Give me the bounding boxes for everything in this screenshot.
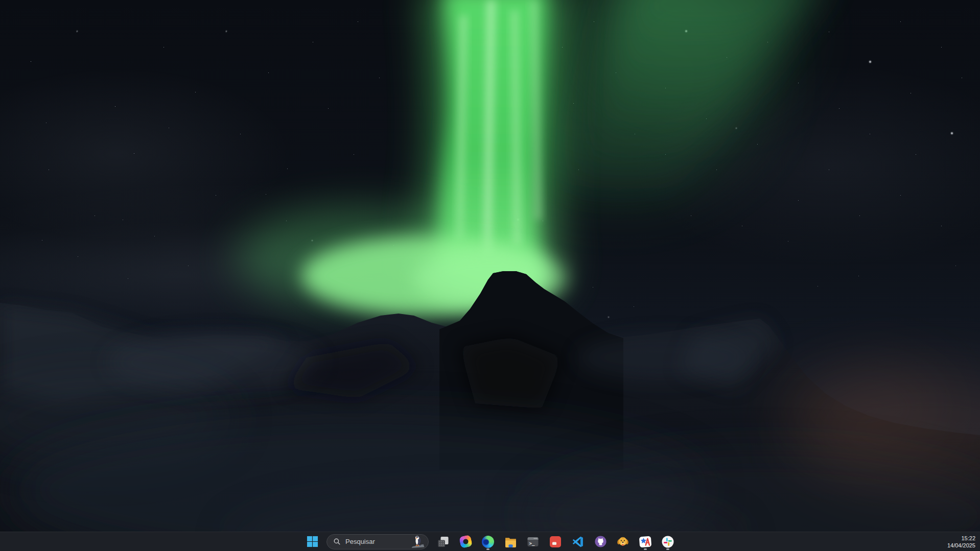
vscode-button[interactable] — [568, 533, 588, 550]
task-view-button[interactable] — [433, 533, 453, 550]
running-indicator — [644, 548, 647, 550]
red-app-icon — [549, 536, 562, 548]
puffin-bird-image — [410, 535, 426, 548]
taskbar-clock[interactable]: 15:22 14/04/2025 — [947, 535, 975, 549]
terminal-icon: >_ — [527, 536, 539, 548]
svg-text:>_: >_ — [529, 540, 535, 545]
star-app-button[interactable] — [635, 533, 656, 550]
github-desktop-button[interactable] — [590, 533, 611, 550]
slack-button[interactable] — [658, 533, 678, 550]
slack-icon — [661, 535, 674, 548]
clock-date: 14/04/2025 — [947, 542, 975, 549]
taskbar-center-group: Pesquisar — [302, 532, 678, 551]
windows-logo-icon — [307, 536, 318, 547]
red-app-button[interactable] — [545, 533, 566, 550]
copilot-icon — [458, 535, 472, 548]
edge-button[interactable] — [478, 533, 498, 550]
desktop-screen: Pesquisar — [0, 0, 980, 551]
dog-face-icon — [616, 535, 629, 548]
terminal-button[interactable]: >_ — [523, 533, 543, 550]
vscode-icon — [572, 536, 584, 548]
search-input[interactable]: Pesquisar — [326, 534, 429, 549]
clock-time: 15:22 — [947, 535, 975, 542]
edge-icon — [482, 536, 494, 548]
running-indicator — [486, 548, 489, 550]
wallpaper-aurora-mountains — [0, 0, 980, 551]
file-explorer-button[interactable] — [500, 533, 521, 550]
folder-icon — [504, 536, 517, 547]
taskbar: Pesquisar — [0, 532, 980, 551]
github-octocat-icon — [594, 535, 607, 548]
task-view-icon — [437, 536, 449, 547]
search-icon — [333, 538, 341, 545]
star-a-icon — [639, 535, 652, 548]
running-indicator — [666, 548, 669, 550]
dog-app-button[interactable] — [613, 533, 633, 550]
search-placeholder-text: Pesquisar — [345, 538, 375, 545]
copilot-button[interactable] — [455, 533, 476, 550]
start-button[interactable] — [302, 533, 322, 550]
